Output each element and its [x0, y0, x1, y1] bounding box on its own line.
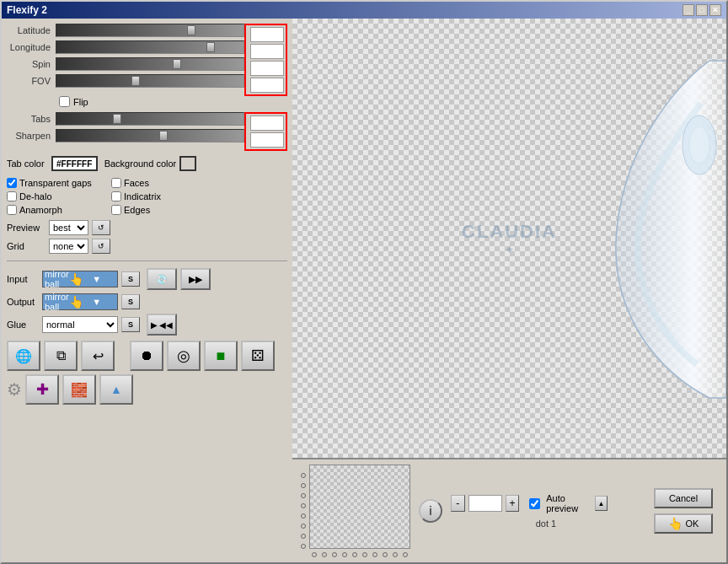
preview-label: Preview	[7, 223, 49, 233]
latitude-value[interactable]: 0	[250, 27, 284, 42]
bottom-dot-10[interactable]	[403, 552, 408, 557]
side-dot-4[interactable]	[301, 503, 306, 508]
globe-icon: 🌐	[15, 348, 32, 364]
longitude-value[interactable]: 96	[250, 44, 284, 59]
bg-color-swatch[interactable]	[179, 156, 196, 171]
square-button[interactable]: ■	[204, 341, 238, 371]
cross-button[interactable]: ✚	[25, 374, 59, 405]
glue-select[interactable]: normalmultiplyscreen	[42, 316, 118, 333]
input-arrow-icon: ▼	[92, 274, 115, 284]
target-button[interactable]: ◎	[167, 341, 201, 371]
ok-hand-icon: 👆	[668, 517, 682, 530]
maximize-button[interactable]: □	[696, 4, 708, 16]
record-button[interactable]: ⏺	[130, 341, 163, 371]
info-button[interactable]: i	[419, 499, 442, 523]
zoom-row: - 50% + Auto preview ▲	[451, 493, 608, 513]
copy-button[interactable]: ⧉	[44, 341, 78, 371]
de-halo-label: De-halo	[19, 191, 52, 201]
block-button[interactable]: 🧱	[62, 374, 96, 405]
side-dot-2[interactable]	[301, 483, 306, 488]
input-play-button[interactable]: 💿	[147, 268, 177, 290]
sharpen-value[interactable]: 30	[250, 132, 284, 148]
zoom-plus-icon: +	[509, 497, 515, 509]
anamorph-checkbox[interactable]	[7, 205, 17, 215]
globe-button[interactable]: 🌐	[7, 341, 40, 371]
bottom-dot-3[interactable]	[332, 552, 337, 557]
transparent-gaps-label: Transparent gaps	[19, 178, 92, 188]
grid-row: Grid nonelinesdots ↺	[7, 239, 287, 254]
tab-color-value: #FFFFFF	[56, 159, 92, 169]
side-dot-1[interactable]	[301, 473, 306, 478]
de-halo-checkbox[interactable]	[7, 191, 17, 201]
tab-color-swatch[interactable]: #FFFFFF	[51, 156, 98, 171]
bottom-dot-2[interactable]	[322, 552, 327, 557]
input-dropdown[interactable]: mirror ball 👆 ▼	[42, 271, 118, 287]
cancel-button[interactable]: Cancel	[654, 488, 713, 508]
zoom-plus-button[interactable]: +	[506, 495, 520, 512]
zoom-minus-button[interactable]: -	[451, 495, 465, 512]
side-dot-6[interactable]	[301, 524, 306, 529]
title-bar-buttons: _ □ ✕	[682, 4, 721, 16]
auto-preview-checkbox[interactable]	[529, 498, 540, 509]
lens-svg	[474, 19, 726, 440]
indicatrix-checkbox[interactable]	[111, 191, 121, 201]
sharpen-slider[interactable]	[56, 129, 244, 142]
canvas-area: CLAUDIA ✦	[292, 19, 726, 458]
ok-button[interactable]: 👆 OK	[654, 513, 713, 534]
side-dot-3[interactable]	[301, 493, 306, 498]
edges-item: Edges	[111, 205, 212, 215]
side-dot-5[interactable]	[301, 513, 306, 518]
title-bar: Flexify 2 _ □ ✕	[2, 2, 726, 19]
edges-checkbox[interactable]	[111, 205, 121, 215]
input-s-icon: S	[128, 275, 133, 283]
shape-button[interactable]: ▲	[99, 374, 133, 405]
thumb-wrapper	[301, 465, 410, 557]
grid-label: Grid	[7, 241, 49, 251]
undo-button[interactable]: ↩	[81, 341, 115, 371]
preview-refresh-button[interactable]: ↺	[92, 220, 110, 235]
gear-icon: ⚙	[7, 379, 22, 400]
glue-s-button[interactable]: S	[121, 317, 140, 332]
output-s-button[interactable]: S	[121, 294, 140, 309]
side-dot-8[interactable]	[301, 544, 306, 549]
cancel-label: Cancel	[669, 493, 698, 503]
transparent-gaps-item: Transparent gaps	[7, 178, 108, 188]
zoom-value[interactable]: 50%	[468, 495, 502, 512]
input-s-button[interactable]: S	[121, 271, 140, 287]
longitude-slider[interactable]	[56, 40, 244, 54]
tabs-value[interactable]: 33	[250, 115, 284, 131]
input-fwd-button[interactable]: ▶▶	[180, 268, 211, 290]
grid-select[interactable]: nonelinesdots	[49, 239, 88, 254]
fov-value[interactable]: 120	[250, 78, 284, 93]
fov-slider[interactable]	[56, 74, 244, 88]
window: Flexify 2 _ □ ✕ Latitude	[0, 0, 728, 564]
side-dot-7[interactable]	[301, 534, 306, 539]
output-dropdown[interactable]: mirror ball 👆 ▼	[42, 293, 118, 310]
bg-color-label: Background color	[104, 158, 177, 169]
flip-checkbox[interactable]	[59, 96, 70, 107]
bottom-dot-9[interactable]	[393, 552, 398, 557]
dice-button[interactable]: ⚄	[241, 341, 275, 371]
bottom-dot-8[interactable]	[383, 552, 388, 557]
latitude-slider[interactable]	[56, 24, 244, 37]
transparent-gaps-checkbox[interactable]	[7, 178, 17, 188]
left-panel: Latitude Longitude Spin	[2, 19, 292, 562]
minimize-button[interactable]: _	[682, 4, 694, 16]
bottom-dot-4[interactable]	[342, 552, 347, 557]
spin-slider[interactable]	[56, 57, 244, 71]
glue-play-button[interactable]: ▶ ◀◀	[147, 314, 177, 336]
grid-refresh-button[interactable]: ↺	[92, 239, 110, 254]
scroll-up-button[interactable]: ▲	[595, 496, 608, 511]
preview-select[interactable]: bestdraftnone	[49, 220, 88, 235]
faces-checkbox[interactable]	[111, 178, 121, 188]
bottom-dot-5[interactable]	[352, 552, 357, 557]
tabs-slider[interactable]	[56, 112, 244, 126]
close-button[interactable]: ✕	[709, 4, 721, 16]
bottom-dot-1[interactable]	[312, 552, 317, 557]
square-icon: ■	[217, 347, 226, 365]
dice-icon: ⚄	[251, 346, 265, 365]
spin-value[interactable]: -4	[250, 61, 284, 76]
bottom-dot-7[interactable]	[372, 552, 377, 557]
bottom-dot-6[interactable]	[362, 552, 367, 557]
input-hand-icon: 👆	[69, 272, 93, 286]
